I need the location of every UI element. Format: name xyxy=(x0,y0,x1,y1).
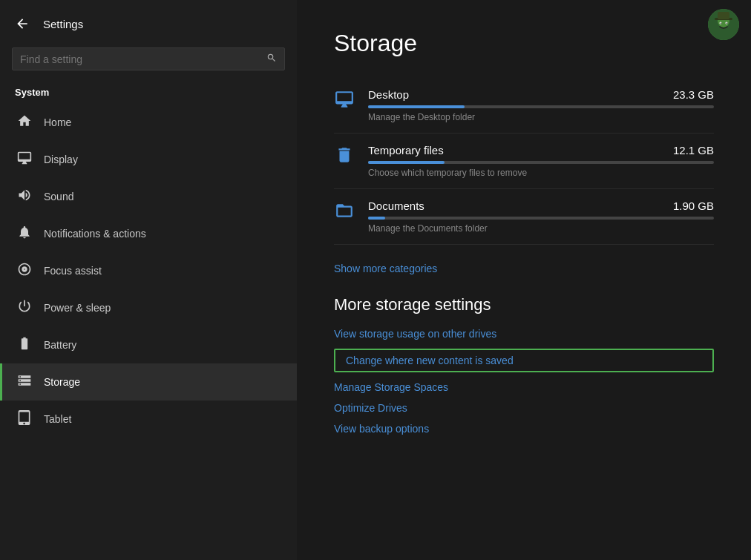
back-icon xyxy=(15,16,30,31)
desktop-progress-bar xyxy=(368,105,714,108)
svg-rect-3 xyxy=(718,12,729,19)
sidebar-item-label: Display xyxy=(44,154,78,165)
storage-links: View storage usage on other drives Chang… xyxy=(334,328,714,435)
storage-item-desktop[interactable]: Desktop 23.3 GB Manage the Desktop folde… xyxy=(334,78,714,134)
svg-point-6 xyxy=(721,23,722,24)
change-content-link[interactable]: Change where new content is saved xyxy=(334,349,714,372)
manage-spaces-link[interactable]: Manage Storage Spaces xyxy=(334,381,714,393)
temp-desc: Choose which temporary files to remove xyxy=(368,168,714,178)
power-icon xyxy=(17,299,32,317)
svg-point-7 xyxy=(727,23,728,24)
system-label: System xyxy=(0,81,297,104)
avatar-icon xyxy=(708,9,739,40)
sidebar-item-focus[interactable]: Focus assist xyxy=(0,252,297,289)
storage-item-documents[interactable]: Documents 1.90 GB Manage the Documents f… xyxy=(334,189,714,245)
documents-desc: Manage the Documents folder xyxy=(368,223,714,234)
sidebar-item-label: Sound xyxy=(44,191,73,202)
documents-progress-bar xyxy=(368,217,714,220)
sidebar-item-home[interactable]: Home xyxy=(0,104,297,141)
sidebar-item-power[interactable]: Power & sleep xyxy=(0,289,297,326)
view-usage-link[interactable]: View storage usage on other drives xyxy=(334,328,714,340)
desktop-desc: Manage the Desktop folder xyxy=(368,112,714,122)
sidebar: Settings System Home xyxy=(0,0,297,560)
sidebar-item-storage[interactable]: Storage xyxy=(0,363,297,401)
folder-icon xyxy=(334,201,355,225)
storage-items-list: Desktop 23.3 GB Manage the Desktop folde… xyxy=(334,78,714,245)
desktop-name: Desktop xyxy=(368,88,409,101)
documents-size: 1.90 GB xyxy=(673,200,714,212)
sidebar-item-notifications[interactable]: Notifications & actions xyxy=(0,215,297,252)
trash-icon xyxy=(334,145,355,169)
monitor-icon xyxy=(334,90,355,113)
sidebar-item-label: Notifications & actions xyxy=(44,228,146,240)
storage-icon xyxy=(17,373,32,391)
desktop-info: Desktop 23.3 GB Manage the Desktop folde… xyxy=(368,88,714,122)
search-box[interactable] xyxy=(12,47,285,70)
sidebar-item-display[interactable]: Display xyxy=(0,141,297,178)
documents-progress-fill xyxy=(368,217,385,220)
sidebar-item-label: Power & sleep xyxy=(44,302,111,314)
show-more-link[interactable]: Show more categories xyxy=(334,263,437,274)
temp-name: Temporary files xyxy=(368,144,444,157)
sound-icon xyxy=(17,188,32,205)
optimize-link[interactable]: Optimize Drives xyxy=(334,402,714,414)
sidebar-header: Settings xyxy=(0,0,297,47)
display-icon xyxy=(17,151,32,168)
temp-info: Temporary files 12.1 GB Choose which tem… xyxy=(368,144,714,178)
battery-icon xyxy=(17,336,32,354)
page-title: Storage xyxy=(334,30,714,57)
home-icon xyxy=(17,113,32,131)
sidebar-item-sound[interactable]: Sound xyxy=(0,178,297,215)
sidebar-item-label: Storage xyxy=(44,376,80,388)
focus-icon xyxy=(17,262,32,280)
nav-items: Home Display Sound Noti xyxy=(0,104,297,438)
main-content: Storage Desktop 23.3 GB Ma xyxy=(297,0,751,560)
search-input[interactable] xyxy=(20,53,260,65)
desktop-progress-fill xyxy=(368,105,465,108)
more-storage-title: More storage settings xyxy=(334,295,714,314)
sidebar-item-label: Tablet xyxy=(44,413,71,425)
temp-progress-bar xyxy=(368,161,714,164)
sidebar-item-tablet[interactable]: Tablet xyxy=(0,401,297,438)
sidebar-item-label: Battery xyxy=(44,339,76,351)
sidebar-title: Settings xyxy=(43,18,83,30)
desktop-size: 23.3 GB xyxy=(673,88,714,101)
backup-link[interactable]: View backup options xyxy=(334,423,714,435)
back-button[interactable] xyxy=(12,13,33,34)
notifications-icon xyxy=(17,225,32,243)
sidebar-item-battery[interactable]: Battery xyxy=(0,326,297,363)
documents-info: Documents 1.90 GB Manage the Documents f… xyxy=(368,200,714,234)
storage-item-temp[interactable]: Temporary files 12.1 GB Choose which tem… xyxy=(334,134,714,189)
temp-size: 12.1 GB xyxy=(673,144,714,157)
documents-name: Documents xyxy=(368,200,424,212)
sidebar-item-label: Focus assist xyxy=(44,265,102,277)
tablet-icon xyxy=(17,410,32,428)
sidebar-item-label: Home xyxy=(44,116,71,128)
avatar xyxy=(708,9,739,40)
search-icon xyxy=(266,53,277,65)
temp-progress-fill xyxy=(368,161,445,164)
